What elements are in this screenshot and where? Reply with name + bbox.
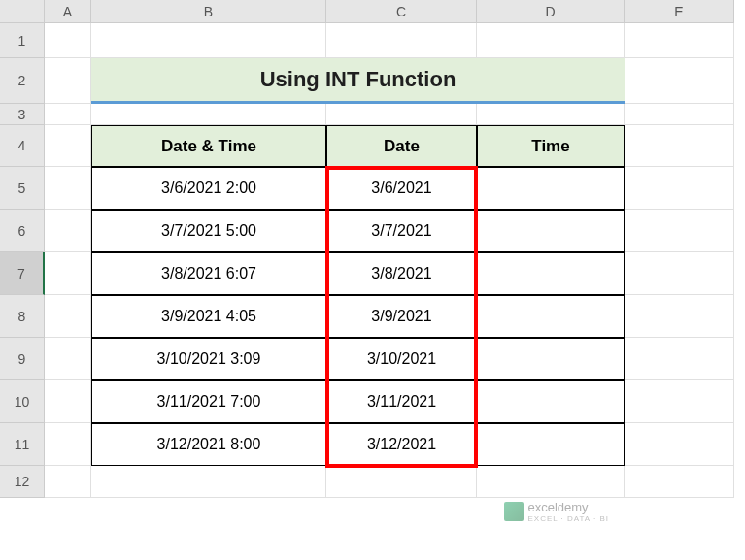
cell-a6[interactable] <box>45 210 91 252</box>
cell-c3[interactable] <box>326 104 477 125</box>
row-header-11[interactable]: 11 <box>0 423 45 466</box>
col-header-b[interactable]: B <box>91 0 326 23</box>
cell-date-6[interactable]: 3/12/2021 <box>326 423 477 466</box>
cell-time-6[interactable] <box>477 423 625 466</box>
excel-icon <box>504 502 524 521</box>
header-date[interactable]: Date <box>326 125 477 167</box>
cell-datetime-5[interactable]: 3/11/2021 7:00 <box>91 380 326 423</box>
cell-d3[interactable] <box>477 104 625 125</box>
spreadsheet-grid: A B C D E 1 2 Using INT Function 3 4 Dat… <box>0 0 745 498</box>
cell-datetime-3[interactable]: 3/9/2021 4:05 <box>91 295 326 338</box>
cell-e8[interactable] <box>625 295 734 338</box>
cell-a9[interactable] <box>45 338 91 380</box>
cell-datetime-1[interactable]: 3/7/2021 5:00 <box>91 210 326 252</box>
cell-datetime-4[interactable]: 3/10/2021 3:09 <box>91 338 326 380</box>
cell-b1[interactable] <box>91 23 326 58</box>
cell-e11[interactable] <box>625 423 734 466</box>
cell-a4[interactable] <box>45 125 91 167</box>
cell-e1[interactable] <box>625 23 734 58</box>
cell-a12[interactable] <box>45 466 91 498</box>
cell-a7[interactable] <box>45 252 91 295</box>
header-datetime[interactable]: Date & Time <box>91 125 326 167</box>
cell-date-4[interactable]: 3/10/2021 <box>326 338 477 380</box>
cell-a5[interactable] <box>45 167 91 210</box>
row-header-3[interactable]: 3 <box>0 104 45 125</box>
cell-datetime-0[interactable]: 3/6/2021 2:00 <box>91 167 326 210</box>
cell-e5[interactable] <box>625 167 734 210</box>
row-header-7[interactable]: 7 <box>0 252 45 295</box>
cell-e4[interactable] <box>625 125 734 167</box>
col-header-e[interactable]: E <box>625 0 734 23</box>
cell-c12[interactable] <box>326 466 477 498</box>
cell-a1[interactable] <box>45 23 91 58</box>
row-header-5[interactable]: 5 <box>0 167 45 210</box>
cell-a10[interactable] <box>45 380 91 423</box>
cell-a11[interactable] <box>45 423 91 466</box>
cell-e7[interactable] <box>625 252 734 295</box>
cell-time-1[interactable] <box>477 210 625 252</box>
watermark-name: exceldemy <box>527 500 609 514</box>
row-header-12[interactable]: 12 <box>0 466 45 498</box>
row-header-6[interactable]: 6 <box>0 210 45 252</box>
cell-time-4[interactable] <box>477 338 625 380</box>
cell-b3[interactable] <box>91 104 326 125</box>
row-header-4[interactable]: 4 <box>0 125 45 167</box>
cell-a2[interactable] <box>45 58 91 104</box>
cell-d1[interactable] <box>477 23 625 58</box>
cell-a8[interactable] <box>45 295 91 338</box>
cell-datetime-6[interactable]: 3/12/2021 8:00 <box>91 423 326 466</box>
row-header-2[interactable]: 2 <box>0 58 45 104</box>
watermark: exceldemy EXCEL · DATA · BI <box>504 500 609 523</box>
cell-e9[interactable] <box>625 338 734 380</box>
cell-datetime-2[interactable]: 3/8/2021 6:07 <box>91 252 326 295</box>
cell-date-5[interactable]: 3/11/2021 <box>326 380 477 423</box>
cell-d12[interactable] <box>477 466 625 498</box>
cell-e3[interactable] <box>625 104 734 125</box>
watermark-tagline: EXCEL · DATA · BI <box>527 514 609 523</box>
col-header-a[interactable]: A <box>45 0 91 23</box>
title-cell[interactable]: Using INT Function <box>91 58 625 104</box>
cell-e6[interactable] <box>625 210 734 252</box>
cell-e10[interactable] <box>625 380 734 423</box>
cell-date-0[interactable]: 3/6/2021 <box>326 167 477 210</box>
cell-e2[interactable] <box>625 58 734 104</box>
cell-date-2[interactable]: 3/8/2021 <box>326 252 477 295</box>
cell-date-3[interactable]: 3/9/2021 <box>326 295 477 338</box>
cell-time-2[interactable] <box>477 252 625 295</box>
header-time[interactable]: Time <box>477 125 625 167</box>
corner-cell[interactable] <box>0 0 45 23</box>
cell-time-3[interactable] <box>477 295 625 338</box>
cell-c1[interactable] <box>326 23 477 58</box>
row-header-9[interactable]: 9 <box>0 338 45 380</box>
col-header-d[interactable]: D <box>477 0 625 23</box>
cell-a3[interactable] <box>45 104 91 125</box>
cell-e12[interactable] <box>625 466 734 498</box>
row-header-1[interactable]: 1 <box>0 23 45 58</box>
cell-time-0[interactable] <box>477 167 625 210</box>
cell-b12[interactable] <box>91 466 326 498</box>
row-header-10[interactable]: 10 <box>0 380 45 423</box>
cell-date-1[interactable]: 3/7/2021 <box>326 210 477 252</box>
row-header-8[interactable]: 8 <box>0 295 45 338</box>
cell-time-5[interactable] <box>477 380 625 423</box>
col-header-c[interactable]: C <box>326 0 477 23</box>
